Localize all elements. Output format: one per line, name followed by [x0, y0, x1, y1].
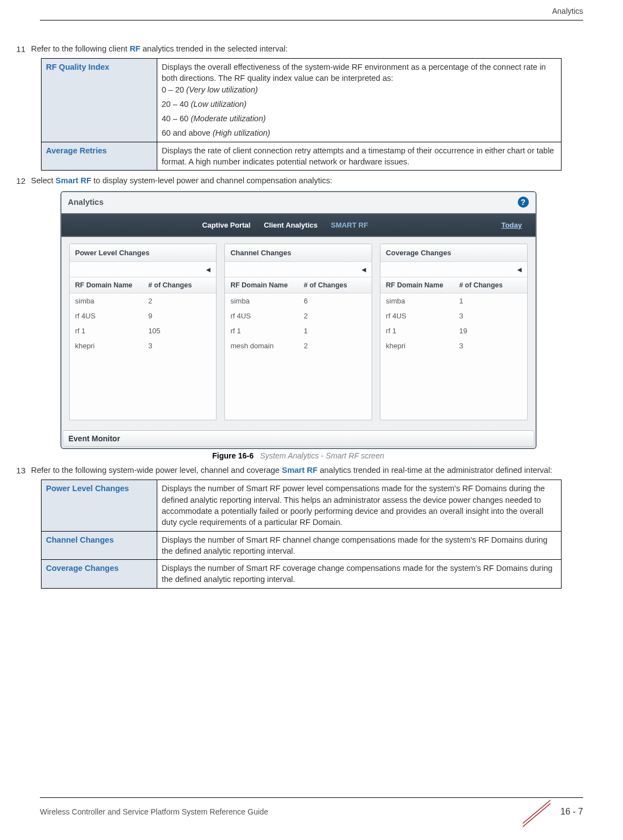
- cell: rf 4US: [225, 308, 298, 323]
- cell: rf 1: [70, 323, 143, 338]
- panel-empty: [225, 353, 372, 420]
- range: 0 – 20: [162, 85, 186, 94]
- label: (High utilization): [213, 128, 270, 137]
- cell: rf 4US: [70, 308, 143, 323]
- text: Select: [31, 176, 55, 185]
- smart-rf-definition-table: Power Level Changes Displays the number …: [41, 480, 562, 588]
- col-changes[interactable]: # of Changes: [454, 277, 527, 293]
- panel-title: Coverage Changes: [380, 244, 527, 262]
- text: 20 – 40 (Low utilization): [162, 99, 557, 110]
- panel-rows: simba6 rf 4US2 rf 11 mesh domain2: [225, 293, 372, 353]
- content-area: 11 Refer to the following client RF anal…: [13, 44, 583, 594]
- desc-cell: Displays the number of Smart RF power le…: [157, 480, 562, 531]
- help-icon[interactable]: ?: [518, 197, 529, 208]
- panel-channel-changes: Channel Changes ◂ RF Domain Name # of Ch…: [224, 244, 372, 420]
- col-rf-domain[interactable]: RF Domain Name: [70, 277, 143, 293]
- slash-icon: [523, 802, 550, 821]
- col-changes[interactable]: # of Changes: [298, 277, 372, 293]
- cell: rf 1: [380, 323, 454, 338]
- arrow-left-icon: ◂: [362, 264, 366, 275]
- text: analytics trended in real-time at the ad…: [317, 466, 552, 475]
- cell: rf 4US: [380, 308, 454, 323]
- table-row[interactable]: khepri3: [380, 338, 527, 353]
- table-row[interactable]: mesh domain2: [225, 338, 372, 353]
- list-number: 11: [13, 44, 25, 54]
- term-cell: Coverage Changes: [42, 560, 157, 589]
- cell: simba: [70, 293, 143, 308]
- table-row[interactable]: rf 4US9: [70, 308, 217, 323]
- table-row: Coverage Changes Displays the number of …: [42, 560, 562, 589]
- panel-empty: [380, 353, 527, 420]
- text: Displays the overall effectiveness of th…: [162, 61, 557, 84]
- panel-collapse[interactable]: ◂: [380, 262, 527, 277]
- cell: mesh domain: [225, 338, 298, 353]
- range: 20 – 40: [162, 100, 190, 109]
- text: 40 – 60 (Moderate utilization): [162, 113, 557, 124]
- table-row[interactable]: khepri3: [70, 338, 217, 353]
- table-row[interactable]: rf 4US3: [380, 308, 527, 323]
- range: 60 and above: [162, 128, 213, 137]
- desc-cell: Displays the rate of client connection r…: [157, 142, 562, 171]
- panel-collapse[interactable]: ◂: [70, 262, 217, 277]
- label: (Moderate utilization): [190, 114, 265, 123]
- table-row[interactable]: simba1: [380, 293, 527, 308]
- footer-rule: [40, 797, 583, 798]
- list-item-11: 11 Refer to the following client RF anal…: [13, 44, 583, 54]
- text: 60 and above (High utilization): [162, 127, 557, 138]
- term-cell: Average Retries: [42, 142, 157, 171]
- col-changes[interactable]: # of Changes: [143, 277, 216, 293]
- table-row[interactable]: rf 1105: [70, 323, 217, 338]
- label: (Low utilization): [190, 100, 246, 109]
- list-item-12: 12 Select Smart RF to display system-lev…: [13, 176, 583, 185]
- panel-power-level-changes: Power Level Changes ◂ RF Domain Name # o…: [69, 244, 217, 420]
- cell: 6: [298, 293, 372, 308]
- window-titlebar: Analytics ?: [61, 192, 536, 213]
- table-row[interactable]: rf 11: [225, 323, 372, 338]
- text: 0 – 20 (Very low utilization): [162, 84, 557, 95]
- list-body: Refer to the following client RF analyti…: [31, 44, 583, 53]
- header-section: Analytics: [552, 7, 583, 16]
- panel-collapse[interactable]: ◂: [225, 262, 372, 277]
- label: (Very low utilization): [186, 85, 258, 94]
- arrow-left-icon: ◂: [517, 264, 522, 275]
- today-link[interactable]: Today: [501, 221, 527, 229]
- text: to display system-level power and channe…: [91, 176, 332, 185]
- page: Analytics 11 Refer to the following clie…: [0, 0, 623, 840]
- table-row[interactable]: simba2: [70, 293, 217, 308]
- table-row[interactable]: rf 119: [380, 323, 527, 338]
- text: analytics trended in the selected interv…: [140, 44, 287, 53]
- panels-row: Power Level Changes ◂ RF Domain Name # o…: [61, 237, 536, 430]
- rf-definition-table: RF Quality Index Displays the overall ef…: [41, 58, 562, 171]
- footer: Wireless Controller and Service Platform…: [40, 797, 583, 821]
- cell: 2: [143, 293, 216, 308]
- col-rf-domain[interactable]: RF Domain Name: [380, 277, 454, 293]
- analytics-screenshot: Analytics ? Captive Portal Client Analyt…: [60, 191, 537, 449]
- term-cell: RF Quality Index: [42, 59, 157, 142]
- tab-smart-rf[interactable]: SMART RF: [324, 219, 374, 231]
- page-number: 16 - 7: [560, 807, 583, 817]
- panel-header-row: RF Domain Name # of Changes: [70, 277, 217, 293]
- list-item-13: 13 Refer to the following system-wide po…: [13, 466, 583, 475]
- tab-bar: Captive Portal Client Analytics SMART RF…: [61, 213, 536, 237]
- figure-desc: System Analytics - Smart RF screen: [260, 451, 384, 460]
- col-rf-domain[interactable]: RF Domain Name: [225, 277, 298, 293]
- table-row[interactable]: rf 4US2: [225, 308, 372, 323]
- event-monitor-bar[interactable]: Event Monitor: [63, 430, 534, 447]
- smart-rf-link: Smart RF: [55, 176, 91, 185]
- tab-captive-portal[interactable]: Captive Portal: [195, 219, 257, 231]
- panel-title: Channel Changes: [225, 244, 372, 262]
- table-row[interactable]: simba6: [225, 293, 372, 308]
- cell: 1: [298, 323, 372, 338]
- table-row: Average Retries Displays the rate of cli…: [42, 142, 562, 171]
- desc-cell: Displays the number of Smart RF coverage…: [157, 560, 562, 589]
- list-body: Select Smart RF to display system-level …: [31, 176, 583, 185]
- figure-caption: Figure 16-6 System Analytics - Smart RF …: [13, 451, 583, 460]
- cell: 3: [454, 308, 527, 323]
- window-title: Analytics: [68, 198, 104, 207]
- text: Refer to the following system-wide power…: [31, 466, 282, 475]
- arrow-left-icon: ◂: [206, 264, 210, 275]
- term-cell: Channel Changes: [42, 531, 157, 560]
- smart-rf-link: Smart RF: [282, 466, 317, 475]
- tab-client-analytics[interactable]: Client Analytics: [257, 219, 324, 231]
- cell: khepri: [380, 338, 454, 353]
